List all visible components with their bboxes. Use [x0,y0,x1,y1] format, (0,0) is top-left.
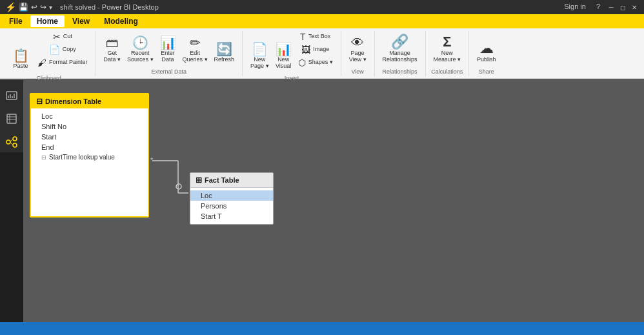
dimension-field-loc[interactable]: Loc [31,111,148,121]
dimension-field-shiftno[interactable]: Shift No [31,121,148,132]
copy-icon: 📄 [49,45,60,54]
svg-rect-5 [7,114,16,123]
toolbar: 📋 Paste ✂ Cut 📄 Copy 🖌 Format Painter [0,28,644,79]
help-icon[interactable]: ? [596,3,600,12]
dimension-table-body: Loc Shift No Start End ⊟ StartTime looku… [31,108,148,216]
external-data-buttons: 🗃 GetData ▾ 🕒 RecentSources ▾ 📊 EnterDat… [101,31,237,67]
relationships-group: 🔗 ManageRelationships Relationships [375,31,426,76]
dimension-field-end[interactable]: End [31,142,148,152]
enter-data-button[interactable]: 📊 EnterData [157,35,179,65]
format-painter-button[interactable]: 🖌 Format Painter [35,57,90,68]
external-data-label: External Data [101,67,237,76]
new-visual-label: NewVisual [276,57,291,70]
format-painter-icon: 🖌 [37,58,46,67]
get-data-button[interactable]: 🗃 GetData ▾ [101,35,124,65]
fact-field-persons[interactable]: Persons [190,201,273,211]
fact-table-header[interactable]: ⊞ Fact Table [190,173,273,188]
relationships-label: Relationships [380,67,420,76]
new-visual-button[interactable]: 📊 NewVisual [273,41,294,71]
page-view-button[interactable]: 👁 PageView ▾ [347,35,369,65]
svg-point-10 [13,137,17,141]
close-btn[interactable]: ✕ [630,3,639,12]
ribbon: File Home View Modeling 📋 Paste ✂ Cut 📄 [0,14,644,79]
new-page-icon: 📄 [252,43,268,56]
view-group: 👁 PageView ▾ View [341,31,375,76]
window-title: shift solved - Power BI Desktop [60,3,159,11]
clipboard-buttons: 📋 Paste ✂ Cut 📄 Copy 🖌 Format Painter [8,31,90,74]
menu-item-modeling[interactable]: Modeling [97,15,145,27]
calculations-buttons: Σ NewMeasure ▾ [431,31,464,67]
page-view-icon: 👁 [351,36,364,49]
edit-queries-button[interactable]: ✏ EditQueries ▾ [180,35,210,65]
copy-label: Copy [63,46,76,53]
manage-relationships-button[interactable]: 🔗 ManageRelationships [380,34,420,65]
starttime-icon: ⊟ [41,154,46,161]
fact-field-loc[interactable]: Loc [190,190,273,201]
dimension-field-starttime[interactable]: ⊟ StartTime lookup value [31,152,148,162]
window-controls: Sign in ? ─ ◻ ✕ [564,3,639,12]
menu-item-file[interactable]: File [3,15,29,27]
publish-button[interactable]: ☁ Publish [474,40,499,65]
insert-small-group: T Text Box 🖼 Image ⬡ Shapes ▾ [296,31,336,71]
copy-button[interactable]: 📄 Copy [35,44,90,56]
quick-access-redo[interactable]: ↪ [40,3,46,12]
many-symbol: * [150,156,154,164]
sidebar-icon-data[interactable] [1,108,22,129]
quick-access-save[interactable]: 💾 [19,3,28,12]
fact-table-title: Fact Table [205,176,239,184]
share-label: Share [474,67,499,76]
calculations-group: Σ NewMeasure ▾ Calculations [426,31,470,76]
shapes-button[interactable]: ⬡ Shapes ▾ [296,57,336,68]
fact-table: ⊞ Fact Table Loc Persons Start T [190,172,274,225]
dimension-field-start[interactable]: Start [31,132,148,142]
clipboard-small-group: ✂ Cut 📄 Copy 🖌 Format Painter [35,31,90,71]
manage-relationships-icon: 🔗 [391,35,408,49]
page-view-label: PageView ▾ [349,50,367,63]
cut-button[interactable]: ✂ Cut [35,31,90,43]
publish-label: Publish [477,57,496,63]
enter-data-icon: 📊 [160,36,176,49]
minimize-btn[interactable]: ─ [607,3,616,12]
title-bar: ⚡ 💾 ↩ ↪ ▾ shift solved - Power BI Deskto… [0,0,644,14]
refresh-button[interactable]: 🔄 Refresh [212,41,237,65]
text-box-label: Text Box [308,34,331,40]
menu-item-home[interactable]: Home [30,15,65,27]
title-left: ⚡ 💾 ↩ ↪ ▾ shift solved - Power BI Deskto… [5,2,159,12]
new-visual-icon: 📊 [276,43,292,56]
quick-access-dropdown[interactable]: ▾ [49,4,52,11]
paste-button[interactable]: 📋 Paste [8,48,34,71]
clipboard-group: 📋 Paste ✂ Cut 📄 Copy 🖌 Format Painter [3,31,96,76]
menu-bar: File Home View Modeling [0,14,644,28]
new-page-label: NewPage ▾ [250,57,269,70]
manage-relationships-label: ManageRelationships [383,50,418,63]
refresh-label: Refresh [214,57,235,63]
new-measure-icon: Σ [443,35,451,49]
sign-in-btn[interactable]: Sign in [564,3,586,12]
share-group: ☁ Publish Share [469,31,504,76]
get-data-icon: 🗃 [106,36,119,49]
image-label: Image [313,46,329,53]
sidebar-icon-model[interactable] [1,132,22,152]
new-measure-label: NewMeasure ▾ [434,50,461,63]
text-box-icon: T [300,32,306,41]
text-box-button[interactable]: T Text Box [296,31,336,43]
fact-field-startt[interactable]: Start T [190,211,273,221]
share-buttons: ☁ Publish [474,31,499,67]
restore-btn[interactable]: ◻ [618,3,627,12]
sidebar-icon-report[interactable] [1,85,22,106]
menu-item-view[interactable]: View [66,15,96,27]
svg-point-9 [6,140,10,144]
paste-label: Paste [13,63,28,70]
new-page-button[interactable]: 📄 NewPage ▾ [248,41,272,71]
refresh-icon: 🔄 [216,43,232,56]
recent-sources-button[interactable]: 🕒 RecentSources ▾ [125,35,156,65]
canvas: * 1 ⊟ Dimension Table Loc Shift No Start… [23,80,644,322]
new-measure-button[interactable]: Σ NewMeasure ▾ [431,34,464,65]
quick-access-undo[interactable]: ↩ [31,3,37,12]
shapes-icon: ⬡ [298,58,306,67]
dimension-table-header[interactable]: ⊟ Dimension Table [31,94,148,108]
insert-buttons: 📄 NewPage ▾ 📊 NewVisual T Text Box 🖼 Ima… [248,31,336,74]
status-bar [0,322,644,335]
dimension-table-title: Dimension Table [45,97,101,105]
image-button[interactable]: 🖼 Image [296,44,336,56]
